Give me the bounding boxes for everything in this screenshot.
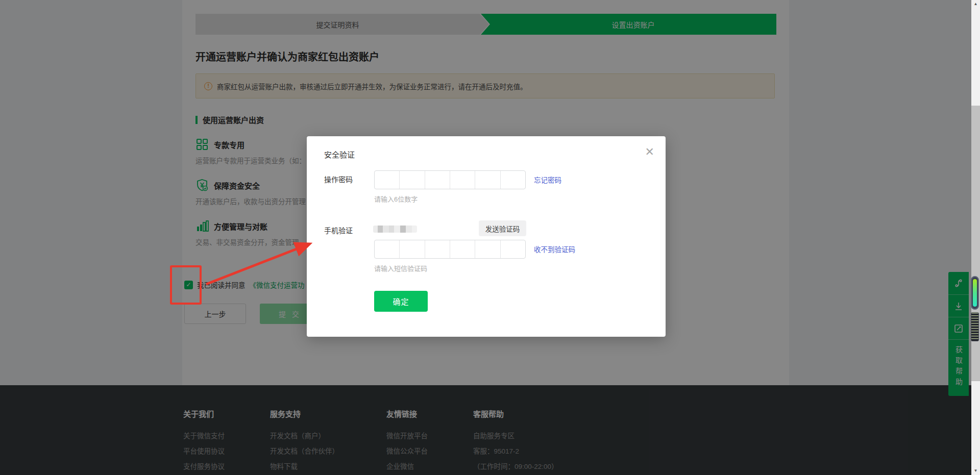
sms-label: 手机验证 — [324, 225, 353, 235]
scroll-down-icon[interactable]: ▼ — [971, 467, 980, 475]
password-digit-cell — [425, 171, 450, 189]
masked-phone-number — [373, 226, 417, 233]
password-input[interactable] — [374, 170, 526, 189]
screen: 提交证明资料 设置出资账户 开通运营账户并确认为商家红包出资账户 ! 商家红包从… — [0, 0, 980, 475]
password-hint: 请输入6位数字 — [374, 194, 418, 204]
sms-digit-cell — [399, 240, 424, 258]
sms-hint: 请输入短信验证码 — [374, 263, 427, 273]
sms-digit-cell — [375, 240, 399, 258]
scroll-up-icon[interactable]: ▲ — [971, 0, 980, 8]
password-label: 操作密码 — [324, 174, 353, 184]
sms-code-input[interactable] — [374, 240, 526, 259]
send-code-button[interactable]: 发送验证码 — [479, 220, 526, 236]
forgot-password-link[interactable]: 忘记密码 — [534, 174, 561, 185]
password-digit-cell — [475, 171, 500, 189]
sms-digit-cell — [500, 240, 525, 258]
password-digit-cell — [399, 171, 424, 189]
confirm-button[interactable]: 确定 — [374, 291, 428, 312]
no-code-link[interactable]: 收不到验证码 — [534, 244, 575, 254]
scrollbar[interactable]: ▲ ▼ — [971, 0, 980, 475]
scrollbar-marker-gradient — [971, 276, 979, 310]
sms-digit-cell — [475, 240, 500, 258]
close-icon[interactable]: ✕ — [645, 145, 654, 159]
sms-digit-cell — [425, 240, 450, 258]
security-verification-modal: 安全验证 ✕ 操作密码 忘记密码 请输入6位数字 手机验证 发送验证码 收不到验… — [307, 136, 666, 337]
modal-title: 安全验证 — [324, 149, 355, 160]
annotation-rectangle — [170, 265, 202, 305]
password-digit-cell — [375, 171, 399, 189]
password-digit-cell — [450, 171, 475, 189]
password-digit-cell — [500, 171, 525, 189]
sms-digit-cell — [450, 240, 475, 258]
scrollbar-marker-striped — [971, 312, 979, 341]
